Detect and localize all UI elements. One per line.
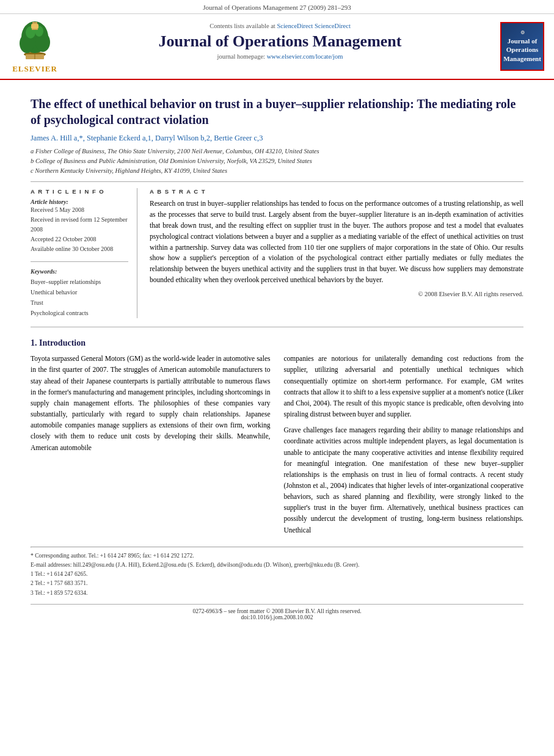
- journal-title-block: Contents lists available at ScienceDirec…: [62, 19, 498, 74]
- intro-para1: Toyota surpassed General Motors (GM) as …: [31, 353, 271, 453]
- footnote-email: E-mail addresses: hill.249@osu.edu (J.A.…: [31, 561, 523, 570]
- footnote-1: 1 Tel.: +1 614 247 6265.: [31, 570, 523, 579]
- keyword-3: Trust: [31, 297, 128, 308]
- footnote-divider: [31, 547, 523, 548]
- journal-main-title: Journal of Operations Management: [75, 32, 486, 51]
- intro-section-title: Introduction: [39, 338, 86, 347]
- article-history-block: Article history: Received 5 May 2008 Rec…: [31, 198, 128, 254]
- journal-citation: Journal of Operations Management 27 (200…: [203, 4, 351, 11]
- bottom-notice-block: 0272-6963/$ – see front matter © 2008 El…: [31, 604, 523, 620]
- footnotes-block: * Corresponding author. Tel.: +1 614 247…: [31, 551, 523, 598]
- journal-header: ELSEVIER Contents lists available at Sci…: [0, 14, 554, 80]
- elsevier-logo: ELSEVIER: [7, 19, 62, 74]
- authors-line: James A. Hill a,*, Stephanie Eckerd a,1,…: [31, 134, 523, 143]
- journal-homepage-line: journal homepage: www.elsevier.com/locat…: [75, 53, 486, 60]
- intro-section-number: 1.: [31, 338, 37, 347]
- main-content: The effect of unethical behavior on trus…: [0, 80, 554, 633]
- intro-left-col: Toyota surpassed General Motors (GM) as …: [31, 353, 271, 540]
- jom-logo-line1: Journal ofOperationsManagement: [503, 37, 541, 63]
- intro-right-col: companies are notorious for unilaterally…: [284, 353, 524, 540]
- keyword-1: Buyer–supplier relationships: [31, 277, 128, 287]
- elsevier-brand-text: ELSEVIER: [12, 64, 57, 74]
- jom-logo-box: ⚙ Journal ofOperationsManagement: [500, 22, 544, 71]
- intro-para3: Grave challenges face managers regarding…: [284, 424, 524, 536]
- abstract-column: A B S T R A C T Research on trust in buy…: [150, 188, 523, 318]
- footnote-corresponding: * Corresponding author. Tel.: +1 614 247…: [31, 551, 523, 561]
- footnote-2: 2 Tel.: +1 757 683 3571.: [31, 579, 523, 588]
- intro-heading: 1. Introduction: [31, 338, 523, 348]
- jom-logo-top: ⚙: [520, 30, 525, 35]
- svg-rect-9: [32, 29, 38, 30]
- intro-para2: companies are notorious for unilaterally…: [284, 353, 524, 420]
- info-divider: [31, 261, 128, 262]
- sciencedirect-link[interactable]: ScienceDirect: [277, 23, 313, 29]
- accepted-date: Accepted 22 October 2008: [31, 234, 128, 244]
- svg-rect-8: [31, 24, 38, 29]
- homepage-url[interactable]: www.elsevier.com/locate/jom: [267, 53, 343, 60]
- article-title: The effect of unethical behavior on trus…: [31, 96, 523, 128]
- journal-citation-bar: Journal of Operations Management 27 (200…: [0, 0, 554, 14]
- received-date: Received 5 May 2008: [31, 205, 128, 215]
- article-info-column: A R T I C L E I N F O Article history: R…: [31, 188, 137, 318]
- keyword-4: Psychological contracts: [31, 308, 128, 318]
- svg-rect-7: [32, 22, 37, 24]
- article-history-label: Article history:: [31, 198, 128, 205]
- doi-text: doi:10.1016/j.jom.2008.10.002: [241, 614, 313, 620]
- keyword-2: Unethical behavior: [31, 287, 128, 297]
- copyright-line: © 2008 Elsevier B.V. All rights reserved…: [150, 291, 523, 297]
- sciencedirect-label: ScienceDirect: [315, 23, 351, 29]
- available-date: Available online 30 October 2008: [31, 244, 128, 254]
- article-info-abstract-section: A R T I C L E I N F O Article history: R…: [31, 188, 523, 318]
- affil-b: b College of Business and Public Adminis…: [31, 156, 523, 166]
- bottom-notice-text: 0272-6963/$ – see front matter © 2008 El…: [192, 608, 361, 614]
- intro-section: 1. Introduction Toyota surpassed General…: [31, 338, 523, 540]
- intro-two-col: Toyota surpassed General Motors (GM) as …: [31, 353, 523, 540]
- keywords-block: Keywords: Buyer–supplier relationships U…: [31, 268, 128, 318]
- abstract-body-divider: [31, 327, 523, 327]
- affiliations-block: a Fisher College of Business, The Ohio S…: [31, 147, 523, 175]
- keywords-label: Keywords:: [31, 268, 128, 275]
- footnote-3: 3 Tel.: +1 859 572 6334.: [31, 589, 523, 598]
- affil-a: a Fisher College of Business, The Ohio S…: [31, 147, 523, 156]
- article-info-label: A R T I C L E I N F O: [31, 188, 128, 195]
- jom-logo-container: ⚙ Journal ofOperationsManagement: [498, 19, 547, 74]
- elsevier-tree-icon: [13, 19, 56, 62]
- keywords-list: Buyer–supplier relationships Unethical b…: [31, 277, 128, 318]
- contents-available-line: Contents lists available at ScienceDirec…: [75, 23, 486, 29]
- abstract-section-label: A B S T R A C T: [150, 188, 523, 195]
- affil-c: c Northern Kentucky University, Highland…: [31, 166, 523, 176]
- received-revised-date: Received in revised form 12 September 20…: [31, 215, 128, 234]
- abstract-text: Research on trust in buyer–supplier rela…: [150, 198, 523, 286]
- header-divider: [31, 181, 523, 182]
